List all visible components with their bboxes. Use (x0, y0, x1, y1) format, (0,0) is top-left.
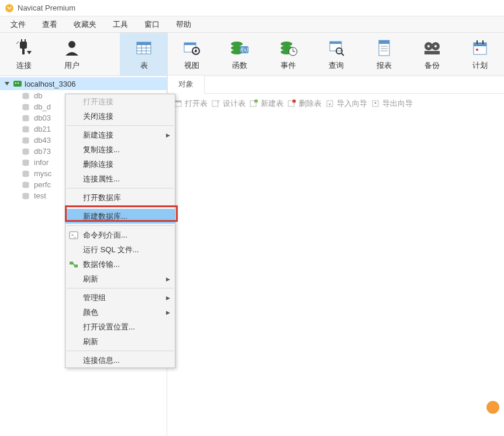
svg-line-31 (341, 53, 344, 56)
menu-favorites[interactable]: 收藏夹 (65, 17, 105, 32)
menu-window[interactable]: 窗口 (136, 17, 168, 32)
database-icon (21, 159, 30, 166)
db-name: perfc (34, 180, 51, 189)
backup-icon (422, 38, 442, 58)
cm-duplicate-connection[interactable]: 复制连接... (65, 142, 175, 157)
toolbar-report-button[interactable]: 报表 (360, 33, 408, 76)
action-new-table[interactable]: + 新建表 (249, 98, 284, 109)
toolbar-event-label: 事件 (281, 60, 296, 71)
notification-badge[interactable] (485, 400, 500, 415)
db-name: infor (34, 158, 49, 167)
cm-color[interactable]: 颜色 (65, 305, 175, 320)
toolbar-event-button[interactable]: 事件 (264, 33, 312, 76)
report-icon (374, 38, 394, 58)
toolbar-table-label: 表 (140, 60, 148, 71)
cm-open-connection[interactable]: 打开连接 (65, 94, 175, 109)
tree-connection-root[interactable]: localhost_3306 (0, 77, 167, 90)
toolbar-table-button[interactable]: 表 (120, 33, 168, 76)
database-icon (21, 148, 30, 155)
svg-point-53 (22, 96, 29, 99)
cm-data-transfer-label: 数据传输... (83, 259, 120, 270)
cm-open-settings-location[interactable]: 打开设置位置... (65, 320, 175, 334)
main-pane: 对象 打开表 设计表 + 新建表 − 删除表 导入向导 (167, 76, 504, 436)
svg-point-38 (427, 45, 430, 47)
user-icon (62, 38, 82, 58)
new-table-icon: + (249, 99, 258, 108)
query-icon (326, 38, 346, 58)
app-title: Navicat Premium (18, 4, 75, 12)
view-icon (182, 38, 202, 58)
action-export-label: 导出向导 (382, 98, 413, 109)
database-icon (21, 104, 30, 111)
calendar-icon (470, 38, 490, 58)
svg-rect-14 (184, 43, 196, 45)
database-icon (21, 126, 30, 133)
svg-marker-5 (27, 51, 32, 54)
connection-name: localhost_3306 (25, 80, 75, 88)
chevron-down-icon[interactable] (4, 81, 11, 87)
terminal-icon: >_ (69, 231, 78, 240)
svg-rect-97 (74, 265, 78, 267)
cm-connection-info[interactable]: 连接信息... (65, 353, 175, 368)
table-icon (134, 38, 154, 58)
action-export[interactable]: 导出向导 (371, 98, 413, 109)
toolbar-user-button[interactable]: 用户 (48, 33, 96, 76)
action-design-table[interactable]: 设计表 (211, 98, 246, 109)
menu-tools[interactable]: 工具 (105, 17, 136, 32)
tab-objects[interactable]: 对象 (167, 75, 205, 94)
plug-icon (14, 38, 34, 58)
database-icon (21, 181, 30, 188)
db-name: db_d (34, 102, 51, 111)
svg-rect-96 (70, 262, 73, 265)
cm-connection-properties[interactable]: 连接属性... (65, 171, 175, 186)
svg-text:−: − (293, 100, 295, 104)
svg-point-80 (22, 196, 29, 199)
export-icon (371, 99, 380, 108)
cm-refresh[interactable]: 刷新 (65, 272, 175, 286)
cm-refresh-2[interactable]: 刷新 (65, 334, 175, 349)
svg-point-40 (434, 45, 437, 47)
svg-rect-1 (20, 42, 27, 49)
menu-bar: 文件 查看 收藏夹 工具 窗口 帮助 (0, 16, 504, 33)
svg-point-56 (22, 107, 29, 110)
cm-new-database[interactable]: 新建数据库... (65, 209, 175, 224)
cm-delete-connection[interactable]: 删除连接 (65, 157, 175, 171)
toolbar-backup-button[interactable]: 备份 (408, 33, 456, 76)
action-import[interactable]: 导入向导 (325, 98, 367, 109)
tab-row: 对象 (167, 76, 504, 94)
svg-rect-33 (379, 40, 389, 44)
toolbar-function-button[interactable]: f(x) 函数 (216, 33, 264, 76)
svg-point-17 (231, 42, 243, 46)
toolbar-view-label: 视图 (184, 60, 199, 71)
db-name: db (34, 91, 42, 100)
toolbar-connect-button[interactable]: 连接 (0, 33, 48, 76)
action-open-table-label: 打开表 (185, 98, 208, 109)
cm-run-sql[interactable]: 运行 SQL 文件... (65, 242, 175, 257)
svg-point-16 (195, 50, 197, 52)
menu-help[interactable]: 帮助 (168, 17, 199, 32)
cm-open-database[interactable]: 打开数据库 (65, 190, 175, 205)
menu-file[interactable]: 文件 (2, 17, 34, 32)
cm-close-connection[interactable]: 关闭连接 (65, 109, 175, 123)
svg-rect-29 (330, 42, 341, 44)
database-icon (21, 170, 30, 177)
toolbar-schedule-button[interactable]: 计划 (456, 33, 504, 76)
cm-data-transfer[interactable]: 数据传输... (65, 257, 175, 272)
action-design-table-label: 设计表 (223, 98, 246, 109)
menu-view[interactable]: 查看 (34, 17, 65, 32)
db-name: db03 (34, 114, 51, 122)
cm-command-line[interactable]: >_ 命令列介面... (65, 228, 175, 242)
action-new-table-label: 新建表 (261, 98, 284, 109)
action-open-table[interactable]: 打开表 (173, 98, 208, 109)
db-name: db73 (34, 147, 51, 156)
svg-text:f(x): f(x) (241, 47, 248, 53)
cm-manage-group[interactable]: 管理组 (65, 290, 175, 305)
db-name: mysc (34, 169, 51, 178)
cm-separator (67, 225, 174, 226)
action-delete-table[interactable]: − 删除表 (287, 98, 322, 109)
action-import-label: 导入向导 (337, 98, 367, 109)
delete-table-icon: − (287, 99, 296, 108)
cm-new-connection[interactable]: 新建连接 (65, 128, 175, 142)
toolbar-view-button[interactable]: 视图 (168, 33, 216, 76)
toolbar-query-button[interactable]: 查询 (312, 33, 360, 76)
